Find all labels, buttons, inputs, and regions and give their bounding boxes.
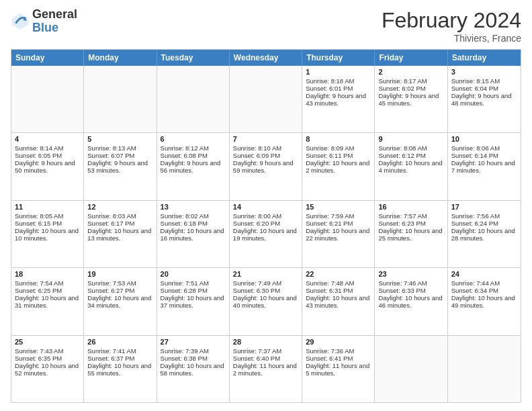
cal-header-sunday: Sunday [11,50,84,66]
sunrise-text: Sunrise: 8:10 AM [233,144,298,152]
sunset-text: Sunset: 6:25 PM [15,287,80,294]
cal-week-2: 4Sunrise: 8:14 AMSunset: 6:05 PMDaylight… [11,132,521,199]
daylight-text: Daylight: 10 hours and 19 minutes. [233,227,298,242]
daylight-text: Daylight: 9 hours and 45 minutes. [378,92,443,107]
sunset-text: Sunset: 6:21 PM [306,220,371,227]
calendar-body: 1Sunrise: 8:18 AMSunset: 6:01 PMDaylight… [11,66,521,402]
sunrise-text: Sunrise: 7:36 AM [306,347,371,355]
daylight-text: Daylight: 10 hours and 13 minutes. [87,227,152,242]
daylight-text: Daylight: 9 hours and 59 minutes. [233,159,298,174]
sunrise-text: Sunrise: 7:46 AM [378,279,443,287]
calendar-header-row: SundayMondayTuesdayWednesdayThursdayFrid… [11,50,521,66]
logo-icon [11,12,30,31]
day-number: 23 [378,270,443,278]
sunset-text: Sunset: 6:01 PM [306,85,371,92]
cal-cell [157,66,230,132]
daylight-text: Daylight: 10 hours and 46 minutes. [378,294,443,309]
cal-cell: 10Sunrise: 8:06 AMSunset: 6:14 PMDayligh… [448,133,521,199]
logo-line1: General [32,8,77,21]
day-number: 28 [233,338,298,346]
daylight-text: Daylight: 9 hours and 43 minutes. [306,92,371,107]
day-number: 5 [87,135,152,143]
sunrise-text: Sunrise: 8:09 AM [306,144,371,152]
cal-cell: 4Sunrise: 8:14 AMSunset: 6:05 PMDaylight… [11,133,84,199]
day-number: 27 [161,338,226,346]
cal-cell [448,336,521,402]
cal-cell: 20Sunrise: 7:51 AMSunset: 6:28 PMDayligh… [157,268,230,334]
cal-cell: 2Sunrise: 8:17 AMSunset: 6:02 PMDaylight… [375,66,447,132]
day-number: 3 [451,68,517,76]
cal-cell: 3Sunrise: 8:15 AMSunset: 6:04 PMDaylight… [448,66,521,132]
cal-cell: 15Sunrise: 7:59 AMSunset: 6:21 PMDayligh… [302,201,375,267]
sunrise-text: Sunrise: 7:56 AM [451,212,517,220]
sunset-text: Sunset: 6:41 PM [306,355,371,362]
sunset-text: Sunset: 6:11 PM [306,152,371,159]
header: General Blue February 2024 Thiviers, Fra… [11,8,521,44]
daylight-text: Daylight: 10 hours and 22 minutes. [306,227,371,242]
cal-cell: 8Sunrise: 8:09 AMSunset: 6:11 PMDaylight… [302,133,375,199]
cal-cell: 5Sunrise: 8:13 AMSunset: 6:07 PMDaylight… [84,133,157,199]
day-number: 9 [378,135,443,143]
day-number: 11 [15,203,80,211]
cal-cell: 12Sunrise: 8:03 AMSunset: 6:17 PMDayligh… [84,201,157,267]
daylight-text: Daylight: 11 hours and 5 minutes. [306,362,371,377]
sunset-text: Sunset: 6:24 PM [451,220,517,227]
sunrise-text: Sunrise: 7:57 AM [378,212,443,220]
day-number: 20 [161,270,226,278]
cal-cell: 27Sunrise: 7:39 AMSunset: 6:38 PMDayligh… [157,336,230,402]
sunrise-text: Sunrise: 7:44 AM [451,279,517,287]
cal-cell: 16Sunrise: 7:57 AMSunset: 6:23 PMDayligh… [375,201,447,267]
sunrise-text: Sunrise: 7:53 AM [87,279,152,287]
cal-cell: 26Sunrise: 7:41 AMSunset: 6:37 PMDayligh… [84,336,157,402]
sunset-text: Sunset: 6:33 PM [378,287,443,294]
sunrise-text: Sunrise: 7:41 AM [87,347,152,355]
sunset-text: Sunset: 6:14 PM [451,152,517,159]
title-block: February 2024 Thiviers, France [382,8,521,44]
sunrise-text: Sunrise: 7:51 AM [161,279,226,287]
sunrise-text: Sunrise: 8:17 AM [378,77,443,85]
cal-header-wednesday: Wednesday [230,50,302,66]
cal-cell: 11Sunrise: 8:05 AMSunset: 6:15 PMDayligh… [11,201,84,267]
day-number: 7 [233,135,298,143]
daylight-text: Daylight: 10 hours and 58 minutes. [161,362,226,377]
sunset-text: Sunset: 6:28 PM [161,287,226,294]
cal-cell [84,66,157,132]
day-number: 18 [15,270,80,278]
sunrise-text: Sunrise: 7:49 AM [233,279,298,287]
cal-week-3: 11Sunrise: 8:05 AMSunset: 6:15 PMDayligh… [11,200,521,267]
daylight-text: Daylight: 9 hours and 56 minutes. [161,159,226,174]
cal-cell: 23Sunrise: 7:46 AMSunset: 6:33 PMDayligh… [375,268,447,334]
cal-cell [375,336,447,402]
cal-week-5: 25Sunrise: 7:43 AMSunset: 6:35 PMDayligh… [11,335,521,402]
sunset-text: Sunset: 6:05 PM [15,152,80,159]
sunrise-text: Sunrise: 8:14 AM [15,144,80,152]
sunset-text: Sunset: 6:30 PM [233,287,298,294]
sunset-text: Sunset: 6:20 PM [233,220,298,227]
cal-header-thursday: Thursday [302,50,375,66]
sunset-text: Sunset: 6:27 PM [87,287,152,294]
daylight-text: Daylight: 10 hours and 25 minutes. [378,227,443,242]
sunset-text: Sunset: 6:38 PM [161,355,226,362]
daylight-text: Daylight: 10 hours and 10 minutes. [15,227,80,242]
sunset-text: Sunset: 6:31 PM [306,287,371,294]
cal-cell: 29Sunrise: 7:36 AMSunset: 6:41 PMDayligh… [302,336,375,402]
cal-cell [11,66,84,132]
cal-cell: 6Sunrise: 8:12 AMSunset: 6:08 PMDaylight… [157,133,230,199]
daylight-text: Daylight: 11 hours and 2 minutes. [233,362,298,377]
sunset-text: Sunset: 6:40 PM [233,355,298,362]
daylight-text: Daylight: 10 hours and 49 minutes. [451,294,517,309]
location: Thiviers, France [382,33,521,44]
cal-cell: 9Sunrise: 8:08 AMSunset: 6:12 PMDaylight… [375,133,447,199]
sunrise-text: Sunrise: 8:15 AM [451,77,517,85]
daylight-text: Daylight: 9 hours and 50 minutes. [15,159,80,174]
daylight-text: Daylight: 10 hours and 28 minutes. [451,227,517,242]
logo-text: General Blue [32,8,77,35]
day-number: 29 [306,338,371,346]
day-number: 4 [15,135,80,143]
sunrise-text: Sunrise: 8:18 AM [306,77,371,85]
sunset-text: Sunset: 6:04 PM [451,85,517,92]
cal-header-friday: Friday [375,50,447,66]
day-number: 22 [306,270,371,278]
daylight-text: Daylight: 10 hours and 40 minutes. [233,294,298,309]
sunset-text: Sunset: 6:37 PM [87,355,152,362]
